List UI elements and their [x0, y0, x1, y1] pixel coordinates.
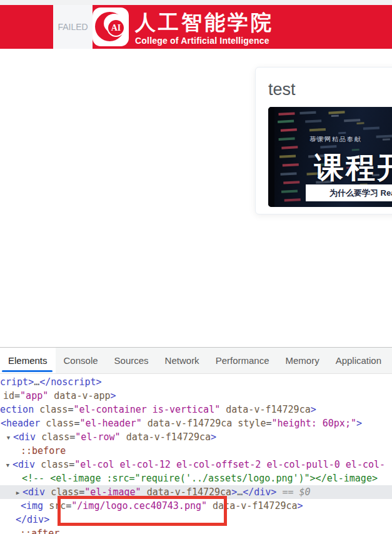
code-token: >	[111, 390, 116, 401]
code-line[interactable]: <img src="/img/logo.cec40743.png" data-v…	[0, 499, 392, 513]
code-token: ::after	[20, 528, 59, 534]
code-token: </div>	[243, 486, 276, 498]
code-token: …	[237, 486, 243, 498]
code-token: cript>	[0, 376, 34, 388]
code-line[interactable]: <header class="el-header" data-v-f14729c…	[0, 416, 392, 430]
expand-arrow-icon[interactable]: ▶	[14, 486, 22, 500]
code-token: >	[356, 418, 362, 429]
cover-subtitle: 为什么要学习 React	[329, 188, 392, 199]
code-token: class	[46, 418, 74, 429]
code-token: =	[79, 486, 84, 498]
code-token: class	[41, 459, 69, 470]
cover-left-edge	[268, 107, 274, 207]
course-card[interactable]: test 慕课网精品奉献 课程开篇 为什么要学习 React	[255, 67, 392, 214]
code-line[interactable]: id="app" data-v-app>	[0, 389, 392, 403]
course-cover-image[interactable]: 慕课网精品奉献 课程开篇 为什么要学习 React	[268, 107, 392, 207]
expand-arrow-icon[interactable]: ▼	[4, 431, 13, 445]
code-token: =	[69, 431, 75, 443]
broken-image-label: FAILED	[58, 22, 88, 32]
code-token: <div	[23, 486, 45, 498]
code-line[interactable]: <!-- <el-image :src="require('../assets/…	[0, 471, 392, 485]
code-token: "el-container is-vertical"	[73, 404, 220, 415]
code-token: <img	[21, 500, 43, 511]
cover-title: 课程开篇	[314, 148, 392, 188]
code-token: data-v-f14729ca	[226, 404, 310, 415]
site-header-banner: FAILED AI 人工智能学院 College of Artificial I…	[0, 5, 392, 49]
course-card-title: test	[268, 80, 392, 99]
code-token: "el-image"	[84, 486, 141, 498]
code-token: =	[69, 459, 74, 470]
code-token: <!-- <el-image :src="require('../assets/…	[22, 473, 378, 484]
tab-performance[interactable]: Performance	[208, 348, 278, 373]
tab-console[interactable]: Console	[56, 348, 106, 373]
code-token	[121, 431, 126, 443]
code-line[interactable]: ection class="el-container is-vertical" …	[0, 403, 392, 416]
code-line[interactable]: ▶<div class="el-image" data-v-f14729ca>……	[0, 485, 392, 499]
code-token: class	[39, 404, 68, 415]
code-token: ection	[0, 404, 34, 415]
code-line[interactable]: ::after	[0, 526, 392, 534]
site-title-english: College of Artificial Intelligence	[135, 36, 274, 46]
devtools-tabbar: ElementsConsoleSourcesNetworkPerformance…	[0, 348, 392, 374]
tab-sources[interactable]: Sources	[106, 348, 157, 373]
code-token: …	[34, 376, 39, 388]
code-token	[36, 431, 41, 443]
code-token: <header	[1, 418, 40, 429]
code-token	[43, 500, 49, 511]
code-token: =	[66, 500, 71, 511]
code-token: "el-header"	[79, 418, 141, 429]
site-title-chinese: 人工智能学院	[135, 11, 274, 34]
code-line[interactable]: cript>…</noscript>	[0, 375, 392, 389]
banner-titles: 人工智能学院 College of Artificial Intelligenc…	[135, 11, 274, 46]
code-token: ::before	[21, 445, 66, 456]
code-token	[220, 404, 226, 415]
logo-ai-badge: AI	[107, 19, 125, 37]
code-token	[35, 459, 41, 470]
code-token: data-v-f14729ca	[148, 418, 232, 429]
code-token: id	[3, 390, 14, 401]
code-token: "/img/logo.cec40743.png"	[71, 500, 207, 511]
code-token: class	[41, 431, 69, 443]
code-token: data-v-f14729ca	[147, 486, 231, 498]
code-token	[207, 500, 213, 511]
code-token: >	[211, 431, 216, 443]
college-logo[interactable]: AI	[93, 8, 129, 46]
tab-memory[interactable]: Memory	[278, 348, 328, 373]
code-token	[45, 486, 51, 498]
code-token	[232, 418, 238, 429]
code-token	[34, 404, 39, 415]
code-token: style	[238, 418, 266, 429]
cover-caption: 慕课网精品奉献	[309, 135, 362, 144]
code-token: "el-col el-col-12 el-col-offset-2 el-col…	[74, 459, 385, 470]
tab-network[interactable]: Network	[157, 348, 208, 373]
code-token: =	[14, 390, 20, 401]
code-line[interactable]: ::before	[0, 444, 392, 458]
code-line[interactable]: ▼<div class="el-row" data-v-f14729ca>	[0, 430, 392, 444]
code-token: =	[266, 418, 271, 429]
tab-application[interactable]: Application	[328, 348, 389, 373]
code-token: "el-row"	[75, 431, 120, 443]
code-token	[40, 418, 46, 429]
tab-elements[interactable]: Elements	[0, 348, 56, 373]
code-line[interactable]: </div>	[0, 513, 392, 526]
devtools-panel: ElementsConsoleSourcesNetworkPerformance…	[0, 347, 392, 534]
code-token: class	[51, 486, 79, 498]
code-token: </div>	[16, 514, 49, 525]
code-token: data-v-f14729ca	[126, 431, 211, 443]
code-token: src	[49, 500, 66, 511]
code-token: >	[311, 404, 316, 415]
code-line[interactable]: ▼<div class="el-col el-col-12 el-col-off…	[0, 458, 392, 471]
code-token	[142, 418, 148, 429]
expand-arrow-icon[interactable]: ▼	[4, 458, 12, 472]
code-token: "height: 60px;"	[272, 418, 356, 429]
code-token: <div	[13, 459, 35, 470]
elements-tree: cript>…</noscript>id="app" data-v-app>ec…	[0, 374, 392, 534]
code-token: >	[231, 486, 237, 498]
code-token: >	[298, 500, 303, 511]
code-token: "app"	[20, 390, 48, 401]
code-token: data-v-app	[54, 390, 110, 401]
code-token	[141, 486, 147, 498]
code-token: data-v-f14729ca	[213, 500, 297, 511]
code-token: <div	[13, 431, 36, 443]
code-token: == $0	[276, 486, 310, 498]
